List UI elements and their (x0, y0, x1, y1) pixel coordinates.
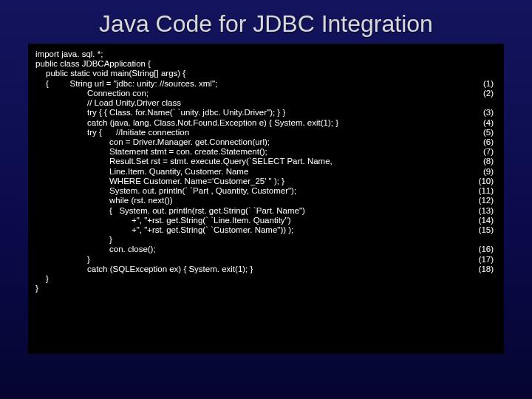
code-text: Statement stmt = con. create.Statement()… (35, 147, 467, 157)
line-number: (9) (467, 167, 497, 177)
code-text: WHERE Customer. Name='Customer_25' " ); … (35, 177, 467, 186)
code-line: // Load Unity.Driver class (35, 98, 497, 108)
code-line: public class JDBCApplication { (35, 59, 497, 69)
code-line: } (35, 235, 497, 245)
code-text: con. close(); (35, 245, 467, 254)
code-text: Result.Set rst = stmt. execute.Query(`SE… (35, 157, 467, 166)
code-line: Result.Set rst = stmt. execute.Query(`SE… (35, 157, 497, 166)
code-text: +", "+rst. get.String(` `Line.Item. Quan… (35, 216, 467, 225)
code-text: public static void main(String[] args) { (35, 69, 467, 78)
line-number: (3) (467, 108, 497, 117)
code-line: Connection con;(2) (35, 89, 497, 98)
code-line: }(17) (35, 255, 497, 265)
line-number: (14) (467, 216, 497, 225)
code-line: WHERE Customer. Name='Customer_25' " ); … (35, 177, 497, 186)
code-text: System. out. println(` `Part , Quantity,… (35, 186, 467, 196)
code-text: public class JDBCApplication { (35, 59, 467, 69)
line-number (467, 69, 497, 78)
line-number (467, 284, 497, 293)
code-text: import java. sql. *; (35, 50, 467, 59)
code-line: con = Driver.Manager. get.Connection(url… (35, 137, 497, 147)
line-number: (6) (467, 137, 497, 147)
code-line: } (35, 284, 497, 293)
code-text: catch (java. lang. Class.Not.Found.Excep… (35, 118, 467, 128)
code-text: } (35, 255, 467, 265)
line-number: (13) (467, 206, 497, 216)
line-number: (12) (467, 196, 497, 205)
line-number: (11) (467, 186, 497, 196)
code-line: +", "+rst. get.String(` `Customer. Name"… (35, 225, 497, 235)
slide-title: Java Code for JDBC Integration (0, 0, 532, 44)
slide: Java Code for JDBC Integration import ja… (0, 0, 532, 399)
code-line: catch (SQLException ex) { System. exit(1… (35, 265, 497, 274)
code-text: try { //Initiate connection (35, 128, 467, 137)
code-line: +", "+rst. get.String(` `Line.Item. Quan… (35, 216, 497, 225)
code-text: } (35, 235, 467, 245)
code-line: catch (java. lang. Class.Not.Found.Excep… (35, 118, 497, 128)
line-number: (10) (467, 177, 497, 186)
code-line: { System. out. println(rst. get.String(`… (35, 206, 497, 216)
code-line: Line.Item. Quantity, Customer. Name(9) (35, 167, 497, 177)
line-number (467, 59, 497, 69)
code-line: { String url = "jdbc: unity: //sources. … (35, 79, 497, 89)
line-number (467, 98, 497, 108)
code-text: con = Driver.Manager. get.Connection(url… (35, 137, 467, 147)
code-line: public static void main(String[] args) { (35, 69, 497, 78)
code-text: Line.Item. Quantity, Customer. Name (35, 167, 467, 177)
code-text: Connection con; (35, 89, 467, 98)
code-line: con. close();(16) (35, 245, 497, 254)
line-number (467, 274, 497, 284)
code-line: try { //Initiate connection(5) (35, 128, 497, 137)
line-number (467, 235, 497, 245)
code-text: while (rst. next()) (35, 196, 467, 205)
line-number (467, 50, 497, 59)
code-line: while (rst. next())(12) (35, 196, 497, 205)
code-text: } (35, 284, 467, 293)
code-text: // Load Unity.Driver class (35, 98, 467, 108)
code-text: +", "+rst. get.String(` `Customer. Name"… (35, 225, 467, 235)
line-number: (15) (467, 225, 497, 235)
line-number: (18) (467, 265, 497, 274)
line-number: (4) (467, 118, 497, 128)
code-text: catch (SQLException ex) { System. exit(1… (35, 265, 467, 274)
code-text: try { { Class. for.Name(` `unity. jdbc. … (35, 108, 467, 117)
code-block: import java. sql. *;public class JDBCApp… (28, 44, 504, 354)
code-line: Statement stmt = con. create.Statement()… (35, 147, 497, 157)
line-number: (2) (467, 89, 497, 98)
line-number: (7) (467, 147, 497, 157)
code-line: import java. sql. *; (35, 50, 497, 59)
line-number: (1) (467, 79, 497, 89)
code-line: } (35, 274, 497, 284)
line-number: (16) (467, 245, 497, 254)
code-text: { System. out. println(rst. get.String(`… (35, 206, 467, 216)
line-number: (5) (467, 128, 497, 137)
line-number: (17) (467, 255, 497, 265)
code-text: } (35, 274, 467, 284)
line-number: (8) (467, 157, 497, 166)
code-line: try { { Class. for.Name(` `unity. jdbc. … (35, 108, 497, 117)
code-text: { String url = "jdbc: unity: //sources. … (35, 79, 467, 89)
code-line: System. out. println(` `Part , Quantity,… (35, 186, 497, 196)
